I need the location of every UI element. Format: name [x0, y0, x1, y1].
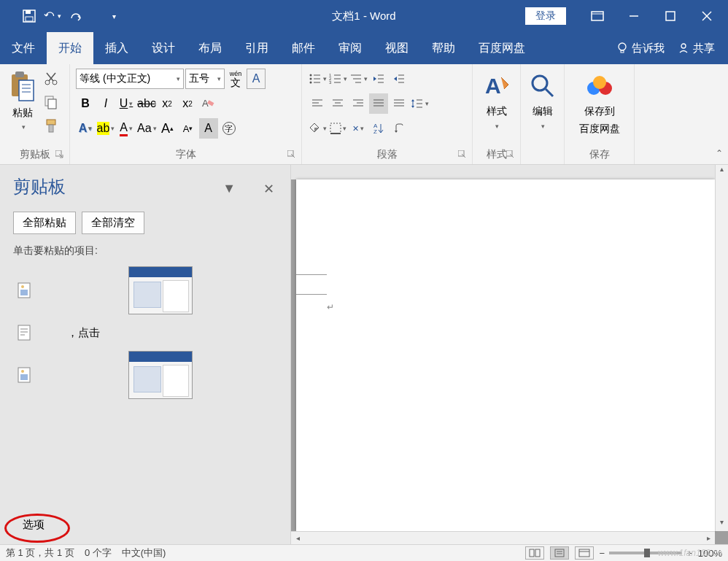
asian-layout-icon[interactable]: ✕▾ [349, 118, 368, 139]
format-painter-icon[interactable] [44, 118, 60, 134]
show-marks-icon[interactable] [390, 118, 408, 139]
options-button[interactable]: 选项 [13, 514, 54, 535]
bold-icon[interactable]: B [76, 93, 95, 114]
tab-design[interactable]: 设计 [140, 32, 187, 64]
login-button[interactable]: 登录 [525, 7, 566, 25]
svg-text:Z: Z [373, 128, 377, 134]
clear-all-button[interactable]: 全部清空 [82, 212, 144, 234]
qat-customize-icon[interactable]: ▾ [105, 7, 123, 25]
tab-view[interactable]: 视图 [373, 32, 420, 64]
undo-icon[interactable]: ▾ [44, 7, 61, 25]
scroll-left-icon[interactable]: ◂ [291, 532, 304, 544]
underline-icon[interactable]: U▾ [117, 93, 136, 114]
increase-indent-icon[interactable] [390, 69, 408, 89]
web-layout-icon[interactable] [575, 546, 594, 560]
save-icon[interactable] [20, 7, 38, 25]
enclose-character-icon[interactable]: 字 [220, 118, 239, 139]
shading-icon[interactable]: ▾ [308, 118, 327, 139]
collapse-ribbon-icon[interactable]: ⌃ [710, 64, 728, 164]
read-mode-icon[interactable] [525, 546, 544, 560]
tab-mailings[interactable]: 邮件 [280, 32, 327, 64]
tab-layout[interactable]: 布局 [187, 32, 233, 64]
tab-references[interactable]: 引用 [233, 32, 280, 64]
copy-icon[interactable] [44, 95, 60, 111]
vertical-scrollbar[interactable]: ▴ ▾ [715, 165, 728, 531]
svg-point-30 [309, 74, 311, 77]
panel-dropdown-icon[interactable]: ▼ [222, 181, 236, 197]
panel-close-icon[interactable]: ✕ [263, 181, 274, 197]
sort-icon[interactable]: AZ [369, 118, 388, 139]
italic-icon[interactable]: I [96, 93, 115, 114]
font-name-select[interactable]: 等线 (中文正文)▾ [76, 69, 184, 89]
dialog-launcher-icon[interactable] [458, 150, 468, 160]
change-case-icon[interactable]: Aa▾ [137, 118, 157, 139]
editing-button[interactable]: 编辑 ▾ [527, 69, 558, 133]
align-right-icon[interactable] [349, 93, 368, 114]
zoom-in-icon[interactable]: + [686, 548, 692, 559]
decrease-indent-icon[interactable] [369, 69, 388, 89]
save-baidu-button[interactable]: 保存到 百度网盘 [570, 69, 628, 139]
cut-icon[interactable] [44, 71, 60, 88]
subscript-icon[interactable]: x2 [158, 93, 177, 114]
clipboard-item[interactable] [13, 263, 277, 317]
document-page[interactable]: ↵ [296, 179, 715, 531]
clipboard-item[interactable] [13, 348, 277, 402]
zoom-level[interactable]: 100% [698, 548, 722, 559]
print-layout-icon[interactable] [550, 546, 569, 560]
paste-button[interactable]: 粘贴 ▾ [6, 69, 39, 143]
grow-font-icon[interactable]: A▴ [158, 118, 177, 139]
dialog-launcher-icon[interactable] [287, 150, 297, 160]
minimize-icon[interactable] [616, 0, 652, 32]
text-effects-icon[interactable]: A▾ [76, 118, 95, 139]
ribbon-display-icon[interactable] [579, 0, 616, 32]
tab-baidu[interactable]: 百度网盘 [467, 32, 537, 64]
character-shading-icon[interactable]: A [199, 118, 218, 139]
dialog-launcher-icon[interactable] [506, 150, 516, 160]
tab-home[interactable]: 开始 [47, 32, 93, 64]
clear-format-icon[interactable]: A [198, 93, 217, 114]
clipboard-item[interactable]: ，点击 [13, 322, 277, 344]
shrink-font-icon[interactable]: A▾ [179, 118, 198, 139]
align-center-icon[interactable] [328, 93, 347, 114]
scroll-up-icon[interactable]: ▴ [716, 165, 728, 178]
svg-text:A: A [485, 74, 501, 98]
borders-icon[interactable]: ▾ [328, 118, 347, 139]
page-indicator[interactable]: 第 1 页，共 1 页 [6, 546, 74, 560]
distribute-icon[interactable] [390, 93, 408, 114]
font-color-icon[interactable]: A▾ [117, 118, 136, 139]
phonetic-guide-icon[interactable]: wén文 [226, 69, 245, 89]
close-icon[interactable] [689, 0, 725, 32]
bullets-icon[interactable]: ▾ [308, 69, 327, 89]
styles-button[interactable]: A 样式 ▾ [479, 69, 514, 133]
ruler[interactable] [291, 165, 715, 179]
zoom-slider[interactable]: − + [600, 548, 692, 559]
line-spacing-icon[interactable]: ▾ [410, 93, 429, 114]
tab-file[interactable]: 文件 [0, 32, 47, 64]
clipboard-panel: 剪贴板 ▼ ✕ 全部粘贴 全部清空 单击要粘贴的项目: ，点击 选项 [0, 165, 290, 544]
multilevel-list-icon[interactable]: ▾ [349, 69, 368, 89]
tell-me-button[interactable]: 告诉我 [616, 42, 665, 55]
highlight-icon[interactable]: ab▾ [96, 118, 115, 139]
numbering-icon[interactable]: 123▾ [328, 69, 347, 89]
word-count[interactable]: 0 个字 [85, 546, 112, 560]
tab-help[interactable]: 帮助 [420, 32, 467, 64]
scroll-down-icon[interactable]: ▾ [716, 518, 728, 531]
scroll-right-icon[interactable]: ▸ [702, 532, 715, 544]
svg-rect-90 [20, 374, 28, 380]
justify-icon[interactable] [369, 93, 388, 114]
paste-all-button[interactable]: 全部粘贴 [13, 212, 76, 234]
character-border-icon[interactable]: A [247, 69, 266, 89]
language-indicator[interactable]: 中文(中国) [122, 546, 166, 560]
zoom-out-icon[interactable]: − [600, 548, 605, 559]
maximize-icon[interactable] [652, 0, 689, 32]
redo-icon[interactable] [67, 7, 85, 25]
tab-insert[interactable]: 插入 [93, 32, 140, 64]
horizontal-scrollbar[interactable]: ◂ ▸ [291, 531, 715, 544]
font-size-select[interactable]: 五号▾ [185, 69, 225, 89]
tab-review[interactable]: 审阅 [327, 32, 373, 64]
superscript-icon[interactable]: x2 [178, 93, 197, 114]
align-left-icon[interactable] [308, 93, 327, 114]
dialog-launcher-icon[interactable] [55, 150, 65, 160]
strikethrough-icon[interactable]: abc [137, 93, 156, 114]
share-button[interactable]: 共享 [678, 42, 715, 55]
